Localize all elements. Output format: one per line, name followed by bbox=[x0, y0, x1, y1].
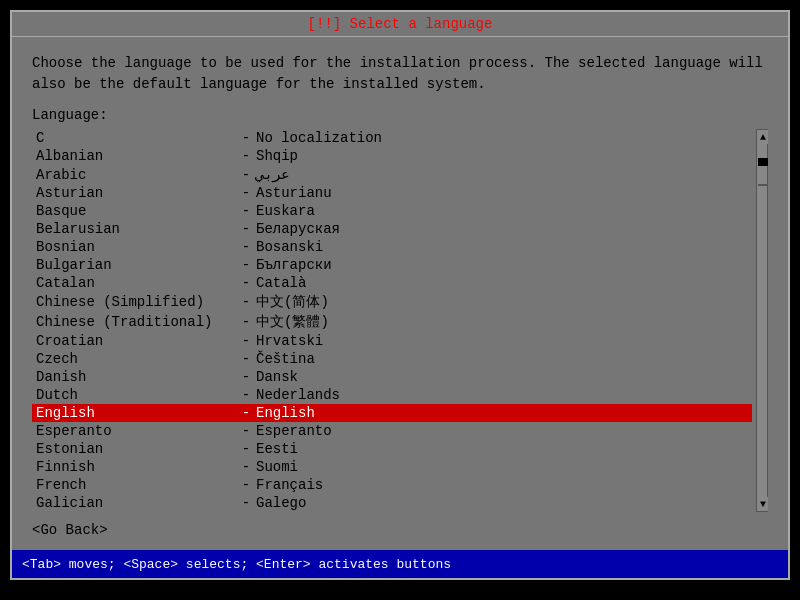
language-name: Asturian bbox=[36, 185, 236, 201]
language-item[interactable]: French-Français bbox=[32, 476, 752, 494]
language-item[interactable]: Danish-Dansk bbox=[32, 368, 752, 386]
language-dash: - bbox=[236, 221, 256, 237]
language-name: Galician bbox=[36, 495, 236, 511]
language-name: English bbox=[36, 405, 236, 421]
language-dash: - bbox=[236, 130, 256, 146]
language-native: Eesti bbox=[256, 441, 298, 457]
language-native: Galego bbox=[256, 495, 306, 511]
language-item[interactable]: Esperanto-Esperanto bbox=[32, 422, 752, 440]
language-native: Suomi bbox=[256, 459, 298, 475]
language-name: Czech bbox=[36, 351, 236, 367]
language-item[interactable]: Galician-Galego bbox=[32, 494, 752, 512]
language-native: Français bbox=[256, 477, 323, 493]
language-native: Esperanto bbox=[256, 423, 332, 439]
language-dash: - bbox=[236, 314, 256, 330]
language-label: Language: bbox=[32, 107, 768, 123]
language-item[interactable]: Chinese (Simplified)-中文(简体) bbox=[32, 292, 752, 312]
language-item[interactable]: Albanian-Shqip bbox=[32, 147, 752, 165]
language-native: 中文(简体) bbox=[256, 293, 329, 311]
language-name: Bulgarian bbox=[36, 257, 236, 273]
language-list[interactable]: C-No localizationAlbanian-ShqipArabic-عر… bbox=[32, 129, 752, 512]
language-native: Dansk bbox=[256, 369, 298, 385]
language-dash: - bbox=[236, 257, 256, 273]
language-item[interactable]: Chinese (Traditional)-中文(繁體) bbox=[32, 312, 752, 332]
language-native: Asturianu bbox=[256, 185, 332, 201]
scrollbar[interactable]: ▲ ▼ bbox=[756, 129, 768, 512]
language-native: Shqip bbox=[256, 148, 298, 164]
language-name: Albanian bbox=[36, 148, 236, 164]
language-dash: - bbox=[236, 423, 256, 439]
scrollbar-track[interactable] bbox=[757, 144, 767, 497]
language-dash: - bbox=[236, 148, 256, 164]
language-native: Беларуская bbox=[256, 221, 340, 237]
language-item[interactable]: Bosnian-Bosanski bbox=[32, 238, 752, 256]
language-name: Dutch bbox=[36, 387, 236, 403]
language-name: Estonian bbox=[36, 441, 236, 457]
language-native: English bbox=[256, 405, 315, 421]
language-dash: - bbox=[236, 351, 256, 367]
language-item[interactable]: Belarusian-Беларуская bbox=[32, 220, 752, 238]
language-name: Croatian bbox=[36, 333, 236, 349]
status-text: <Tab> moves; <Space> selects; <Enter> ac… bbox=[22, 557, 451, 572]
language-native: Hrvatski bbox=[256, 333, 323, 349]
language-name: Catalan bbox=[36, 275, 236, 291]
window-title: [!!] Select a language bbox=[308, 16, 493, 32]
scroll-down-arrow[interactable]: ▼ bbox=[757, 497, 768, 511]
language-item[interactable]: Finnish-Suomi bbox=[32, 458, 752, 476]
language-item[interactable]: English-English bbox=[32, 404, 752, 422]
language-native: Български bbox=[256, 257, 332, 273]
go-back-button[interactable]: <Go Back> bbox=[32, 522, 108, 538]
language-native: عربي bbox=[256, 166, 290, 183]
language-name: Finnish bbox=[36, 459, 236, 475]
language-dash: - bbox=[236, 495, 256, 511]
language-dash: - bbox=[236, 203, 256, 219]
language-dash: - bbox=[236, 333, 256, 349]
language-name: Chinese (Simplified) bbox=[36, 294, 236, 310]
language-dash: - bbox=[236, 441, 256, 457]
language-name: French bbox=[36, 477, 236, 493]
status-bar: <Tab> moves; <Space> selects; <Enter> ac… bbox=[12, 550, 788, 578]
language-item[interactable]: Catalan-Català bbox=[32, 274, 752, 292]
language-dash: - bbox=[236, 477, 256, 493]
language-item[interactable]: Arabic-عربي bbox=[32, 165, 752, 184]
description-text: Choose the language to be used for the i… bbox=[32, 53, 768, 95]
language-native: Euskara bbox=[256, 203, 315, 219]
language-dash: - bbox=[236, 275, 256, 291]
language-native: Nederlands bbox=[256, 387, 340, 403]
language-name: Bosnian bbox=[36, 239, 236, 255]
language-item[interactable]: Dutch-Nederlands bbox=[32, 386, 752, 404]
scroll-thumb bbox=[758, 158, 768, 166]
language-dash: - bbox=[236, 185, 256, 201]
language-native: No localization bbox=[256, 130, 382, 146]
language-dash: - bbox=[236, 405, 256, 421]
language-dash: - bbox=[236, 167, 256, 183]
language-name: Basque bbox=[36, 203, 236, 219]
language-item[interactable]: Asturian-Asturianu bbox=[32, 184, 752, 202]
language-name: Chinese (Traditional) bbox=[36, 314, 236, 330]
language-native: Bosanski bbox=[256, 239, 323, 255]
language-native: Čeština bbox=[256, 351, 315, 367]
language-dash: - bbox=[236, 387, 256, 403]
scroll-up-arrow[interactable]: ▲ bbox=[757, 130, 768, 144]
title-bar: [!!] Select a language bbox=[12, 12, 788, 37]
language-item[interactable]: Croatian-Hrvatski bbox=[32, 332, 752, 350]
language-item[interactable]: Czech-Čeština bbox=[32, 350, 752, 368]
language-item[interactable]: Basque-Euskara bbox=[32, 202, 752, 220]
language-item[interactable]: Bulgarian-Български bbox=[32, 256, 752, 274]
language-item[interactable]: Estonian-Eesti bbox=[32, 440, 752, 458]
language-name: Esperanto bbox=[36, 423, 236, 439]
language-dash: - bbox=[236, 239, 256, 255]
language-name: Danish bbox=[36, 369, 236, 385]
scroll-tick bbox=[758, 184, 768, 186]
language-item[interactable]: C-No localization bbox=[32, 129, 752, 147]
language-name: Arabic bbox=[36, 167, 236, 183]
language-dash: - bbox=[236, 459, 256, 475]
language-name: C bbox=[36, 130, 236, 146]
language-dash: - bbox=[236, 369, 256, 385]
go-back-section: <Go Back> bbox=[32, 520, 768, 540]
language-name: Belarusian bbox=[36, 221, 236, 237]
language-native: Català bbox=[256, 275, 306, 291]
language-native: 中文(繁體) bbox=[256, 313, 329, 331]
language-dash: - bbox=[236, 294, 256, 310]
